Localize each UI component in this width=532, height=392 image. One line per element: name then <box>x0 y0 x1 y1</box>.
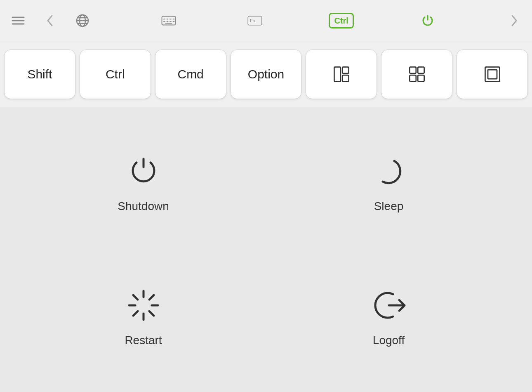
cmd-key[interactable]: Cmd <box>155 50 226 99</box>
svg-rect-23 <box>410 67 416 73</box>
toolbar: Fn Ctrl <box>0 0 532 41</box>
main-content: Shutdown Sleep Restart <box>0 107 532 392</box>
svg-rect-28 <box>488 70 497 79</box>
svg-rect-26 <box>418 75 424 81</box>
chevron-left-icon[interactable] <box>40 11 60 31</box>
svg-text:Fn: Fn <box>250 18 255 23</box>
svg-line-33 <box>133 295 138 300</box>
svg-line-36 <box>133 311 138 316</box>
shutdown-icon <box>125 153 162 190</box>
svg-line-34 <box>149 311 154 316</box>
chevron-right-icon[interactable] <box>504 11 524 31</box>
layout3-key[interactable] <box>457 50 528 99</box>
option-key[interactable]: Option <box>231 50 302 99</box>
power-icon-toolbar[interactable] <box>418 11 438 31</box>
svg-rect-20 <box>334 67 340 81</box>
sleep-icon <box>370 153 407 190</box>
shutdown-button[interactable]: Shutdown <box>25 120 262 246</box>
sleep-label: Sleep <box>374 200 404 213</box>
menu-icon[interactable] <box>8 11 28 31</box>
ctrl-key[interactable]: Ctrl <box>80 50 151 99</box>
ctrl-label: Ctrl <box>329 13 353 28</box>
keyboard-icon[interactable] <box>159 11 179 31</box>
shutdown-label: Shutdown <box>118 200 169 213</box>
svg-line-35 <box>149 295 154 300</box>
svg-rect-21 <box>342 67 348 73</box>
logoff-label: Logoff <box>373 334 405 347</box>
shift-key[interactable]: Shift <box>4 50 75 99</box>
restart-button[interactable]: Restart <box>25 254 262 380</box>
fn-icon[interactable]: Fn <box>245 11 265 31</box>
logoff-button[interactable]: Logoff <box>270 254 507 380</box>
ctrl-active-icon[interactable]: Ctrl <box>332 11 351 31</box>
sleep-button[interactable]: Sleep <box>270 120 507 246</box>
layout1-key[interactable] <box>306 50 377 99</box>
globe-icon[interactable] <box>73 11 92 31</box>
svg-rect-24 <box>418 67 424 73</box>
svg-rect-25 <box>410 75 416 81</box>
keys-row: Shift Ctrl Cmd Option <box>0 41 532 107</box>
svg-rect-22 <box>342 75 348 81</box>
logoff-icon <box>370 287 407 324</box>
restart-label: Restart <box>125 334 162 347</box>
restart-icon <box>125 287 162 324</box>
layout2-key[interactable] <box>381 50 452 99</box>
